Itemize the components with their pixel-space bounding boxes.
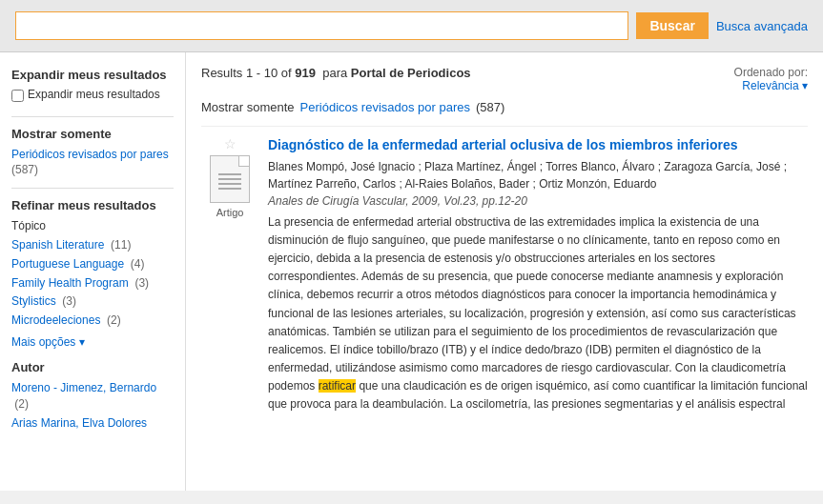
search-input[interactable]: r?tificar (15, 11, 628, 40)
periodicos-link-count: (587) (476, 100, 504, 114)
mostrar-somente-row: Mostrar somente Periódicos revisados por… (201, 100, 808, 114)
mostrar-somente-section-title: Mostrar somente (11, 127, 174, 141)
autor-item-1: Arias Marina, Elva Dolores (11, 415, 174, 432)
topico-link-2[interactable]: Family Health Program (11, 276, 129, 290)
results-portal-label: para Portal de Periodicos (319, 66, 471, 80)
refinar-section-title: Refinar meus resultados (11, 198, 174, 212)
result-abstract: La presencia de enfermedad arterial obst… (268, 213, 808, 414)
periodicos-revisados-sidebar-count: (587) (11, 163, 38, 176)
doc-lines (218, 173, 241, 192)
results-count-text: Results 1 - 10 of (201, 66, 292, 80)
autor-section: Autor Moreno - Jimenez, Bernardo (2) Ari… (11, 360, 174, 431)
sidebar: Expandir meus resultados Expandir meus r… (0, 52, 186, 491)
periodicos-revisados-sidebar: Periódicos revisados por pares (587) (11, 147, 174, 179)
results-header: Results 1 - 10 of 919 para Portal de Per… (201, 66, 808, 92)
topico-count-2: (3) (132, 276, 149, 290)
topico-label: Tópico (11, 218, 174, 234)
search-button[interactable]: Buscar (636, 12, 708, 39)
doc-icon (210, 155, 250, 203)
result-item-0: ☆ Artigo Diagnóstico de la enfermedad ar… (201, 126, 808, 414)
topico-count-1: (4) (127, 257, 144, 271)
doc-line-3 (218, 183, 241, 185)
topico-count-3: (3) (59, 294, 76, 308)
topico-item-3: Stylistics (3) (11, 293, 174, 310)
expandir-checkbox-row: Expandir meus resultados (11, 88, 174, 103)
autor-item-0: Moreno - Jimenez, Bernardo (2) (11, 380, 174, 413)
abstract-before: La presencia de enfermedad arterial obst… (268, 215, 796, 393)
search-bar: r?tificar Buscar Busca avançada (0, 0, 823, 52)
doc-line-1 (218, 173, 241, 175)
results-area: Results 1 - 10 of 919 para Portal de Per… (186, 52, 823, 491)
advanced-search-link[interactable]: Busca avançada (716, 19, 808, 33)
ordenado-label: Ordenado por: (734, 66, 808, 79)
topico-item-2: Family Health Program (3) (11, 275, 174, 292)
periodicos-revisados-link[interactable]: Periódicos revisados por pares (300, 100, 470, 114)
topico-item-0: Spanish Literature (11) (11, 237, 174, 253)
main-layout: Expandir meus resultados Expandir meus r… (0, 52, 823, 491)
doc-line-2 (218, 178, 241, 180)
periodicos-revisados-sidebar-link[interactable]: Periódicos revisados por pares (11, 148, 169, 161)
abstract-highlight: ratificar (319, 379, 356, 393)
results-count: Results 1 - 10 of 919 para Portal de Per… (201, 66, 471, 80)
topico-count-0: (11) (108, 238, 132, 252)
topico-item-4: Microdeeleciones (2) (11, 312, 174, 329)
result-title[interactable]: Diagnóstico de la enfermedad arterial oc… (268, 137, 738, 152)
expandir-label: Expandir meus resultados (28, 88, 160, 103)
result-content: Diagnóstico de la enfermedad arterial oc… (268, 136, 808, 414)
artigo-label: Artigo (216, 207, 244, 218)
mostrar-somente-label: Mostrar somente (201, 100, 295, 114)
result-journal: Anales de Cirugía Vascular, 2009, Vol.23… (268, 194, 808, 208)
expandir-checkbox[interactable] (11, 90, 24, 102)
autor-count-0: (2) (11, 397, 29, 411)
topico-link-3[interactable]: Stylistics (11, 294, 56, 308)
star-icon[interactable]: ☆ (224, 136, 237, 151)
results-total: 919 (295, 66, 316, 80)
mais-opcoes-button[interactable]: Mais opções ▾ (11, 335, 85, 349)
expandir-section-title: Expandir meus resultados (11, 68, 174, 82)
topico-link-0[interactable]: Spanish Literature (11, 238, 104, 252)
divider-1 (11, 116, 174, 117)
topico-item-1: Portuguese Language (4) (11, 256, 174, 272)
autor-link-0[interactable]: Moreno - Jimenez, Bernardo (11, 381, 156, 394)
autor-link-1[interactable]: Arias Marina, Elva Dolores (11, 416, 147, 430)
result-icon-area: ☆ Artigo (201, 136, 258, 414)
relevancia-link[interactable]: Relevância ▾ (742, 79, 808, 92)
topico-link-4[interactable]: Microdeeleciones (11, 313, 100, 327)
ordenado-por: Ordenado por: Relevância ▾ (734, 66, 808, 92)
topico-link-1[interactable]: Portuguese Language (11, 257, 124, 271)
autor-section-title: Autor (11, 360, 174, 374)
result-authors: Blanes Mompó, José Ignacio ; Plaza Martí… (268, 158, 808, 192)
divider-2 (11, 188, 174, 189)
doc-line-4 (218, 188, 241, 190)
topico-count-4: (2) (104, 313, 121, 327)
